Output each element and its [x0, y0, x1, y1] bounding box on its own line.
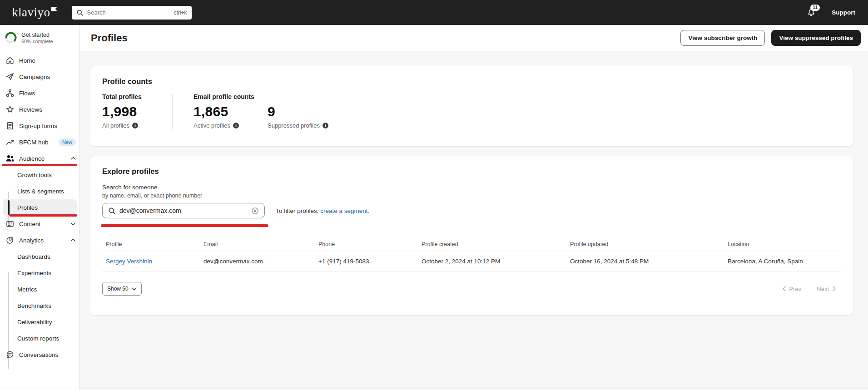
- sidebar-item-profiles[interactable]: Profiles: [3, 199, 77, 216]
- sidebar-item-analytics[interactable]: Analytics: [0, 232, 79, 248]
- sidebar-item-conversations[interactable]: Conversations: [0, 346, 79, 363]
- sidebar-item-label: Content: [19, 221, 40, 227]
- sidebar-item-dashboards[interactable]: Dashboards: [0, 248, 79, 265]
- bottom-divider: [0, 389, 868, 389]
- column-header-email: Email: [203, 241, 318, 247]
- info-icon[interactable]: [233, 123, 239, 128]
- cell-email: dev@convermax.com: [203, 258, 318, 265]
- klaviyo-flag-icon: [51, 7, 57, 11]
- notifications-button[interactable]: 11: [806, 8, 816, 18]
- next-label: Next: [817, 286, 829, 292]
- page-size-select[interactable]: Show 50: [102, 282, 142, 296]
- annotation-underline-audience: [2, 164, 77, 166]
- sidebar-item-experiments[interactable]: Experiments: [0, 265, 79, 281]
- stat-label: Email profile counts: [193, 93, 268, 101]
- stat-total-profiles: Total profiles 1,998 All profiles: [102, 93, 172, 129]
- prev-page-button[interactable]: Prev: [783, 286, 802, 292]
- table-header-row: Profile Email Phone Profile created Prof…: [102, 237, 841, 251]
- sidebar-item-label: Metrics: [17, 286, 37, 293]
- info-icon[interactable]: [132, 123, 138, 128]
- sidebar-item-label: Dashboards: [17, 253, 50, 260]
- sidebar-item-signup-forms[interactable]: Sign-up forms: [0, 118, 79, 134]
- chevron-down-icon: [132, 287, 137, 291]
- create-segment-link[interactable]: create a segment.: [320, 207, 369, 214]
- cell-updated: October 16, 2024 at 5:48 PM: [570, 258, 728, 265]
- stat-label: Total profiles: [102, 93, 172, 101]
- trending-up-icon: [5, 138, 15, 147]
- progress-ring-icon: [5, 31, 17, 44]
- sidebar-item-label: Benchmarks: [17, 302, 51, 309]
- filter-note: To filter profiles, create a segment.: [276, 207, 369, 214]
- sidebar-item-content[interactable]: Content: [0, 216, 79, 232]
- sidebar-item-lists-segments[interactable]: Lists & segments: [0, 183, 79, 199]
- new-badge: New: [59, 138, 76, 146]
- view-subscriber-growth-button[interactable]: View subscriber growth: [680, 30, 765, 46]
- chevron-right-icon: [833, 286, 836, 291]
- sidebar-item-bfcm-hub[interactable]: BFCM hub New: [0, 134, 79, 150]
- column-header-created: Profile created: [422, 241, 570, 247]
- next-page-button[interactable]: Next: [817, 286, 836, 292]
- explore-profiles-card: Explore profiles Search for someone by n…: [90, 156, 853, 316]
- search-shortcut: ctrl+k: [174, 10, 187, 16]
- sidebar-item-growth-tools[interactable]: Growth tools: [0, 167, 79, 183]
- profile-counts-title: Profile counts: [102, 77, 841, 86]
- sidebar-item-label: Audience: [19, 155, 45, 162]
- profile-name-link[interactable]: Sergey Vershinin: [106, 258, 203, 265]
- sidebar-item-reviews[interactable]: Reviews: [0, 101, 79, 118]
- sidebar-item-label: Analytics: [19, 237, 44, 244]
- notification-count-badge: 11: [810, 5, 820, 11]
- send-icon: [5, 72, 15, 81]
- sidebar-item-label: Lists & segments: [17, 188, 64, 195]
- profile-search-field[interactable]: [102, 203, 265, 218]
- prev-label: Prev: [789, 286, 802, 292]
- sidebar-item-custom-reports[interactable]: Custom reports: [0, 330, 79, 346]
- search-for-someone-label: Search for someone: [102, 184, 841, 191]
- sidebar-item-home[interactable]: Home: [0, 52, 79, 69]
- stat-sublabel: Active profiles: [193, 122, 230, 129]
- get-started-title: Get started: [21, 32, 53, 38]
- sidebar-item-label: Home: [19, 57, 35, 64]
- view-suppressed-profiles-button[interactable]: View suppressed profiles: [771, 30, 861, 46]
- sidebar-item-label: Conversations: [19, 351, 58, 358]
- stat-label: [268, 93, 328, 101]
- profiles-table: Profile Email Phone Profile created Prof…: [102, 237, 841, 272]
- info-icon[interactable]: [322, 123, 328, 128]
- annotation-underline-profiles: [9, 214, 77, 217]
- sidebar-item-label: Growth tools: [17, 172, 52, 178]
- sidebar-item-campaigns[interactable]: Campaigns: [0, 69, 79, 85]
- stat-sublabel: All profiles: [102, 122, 129, 129]
- topbar: klaviyo ctrl+k 11 Support: [0, 0, 868, 25]
- explore-profiles-title: Explore profiles: [102, 167, 841, 176]
- cell-location: Barcelona, A Coruña, Spain: [728, 258, 841, 265]
- home-icon: [5, 56, 15, 65]
- sidebar-item-deliverability[interactable]: Deliverability: [0, 314, 79, 330]
- content-icon: [5, 219, 15, 228]
- get-started-progress: 60% complete: [21, 39, 53, 44]
- get-started-widget[interactable]: Get started 60% complete: [0, 25, 79, 49]
- clear-search-icon[interactable]: [251, 207, 259, 215]
- sidebar-item-label: Deliverability: [17, 319, 52, 326]
- global-search-input[interactable]: [87, 9, 170, 16]
- chevron-up-icon: [70, 157, 76, 160]
- chat-bubble-icon: [5, 350, 15, 359]
- sidebar: Get started 60% complete Home Campaigns …: [0, 25, 80, 390]
- sidebar-item-metrics[interactable]: Metrics: [0, 281, 79, 297]
- page-title: Profiles: [91, 32, 128, 44]
- global-search[interactable]: ctrl+k: [72, 6, 192, 20]
- stat-value: 1,998: [102, 104, 172, 119]
- klaviyo-logo[interactable]: klaviyo: [12, 6, 57, 19]
- sidebar-item-benchmarks[interactable]: Benchmarks: [0, 297, 79, 314]
- sidebar-item-label: Profiles: [17, 204, 38, 211]
- search-hint: by name, email, or exact phone number: [102, 193, 841, 199]
- column-header-profile: Profile: [106, 241, 203, 247]
- sidebar-item-label: Experiments: [17, 270, 51, 276]
- sidebar-item-flows[interactable]: Flows: [0, 85, 79, 101]
- chevron-up-icon: [70, 238, 76, 242]
- column-header-updated: Profile updated: [570, 241, 728, 247]
- support-link[interactable]: Support: [832, 9, 855, 16]
- klaviyo-logo-text: klaviyo: [12, 6, 50, 19]
- stat-value: 9: [268, 104, 328, 119]
- main-area: Profiles View subscriber growth View sup…: [80, 25, 868, 390]
- sidebar-item-label: Reviews: [19, 106, 42, 113]
- profile-search-input[interactable]: [119, 207, 248, 214]
